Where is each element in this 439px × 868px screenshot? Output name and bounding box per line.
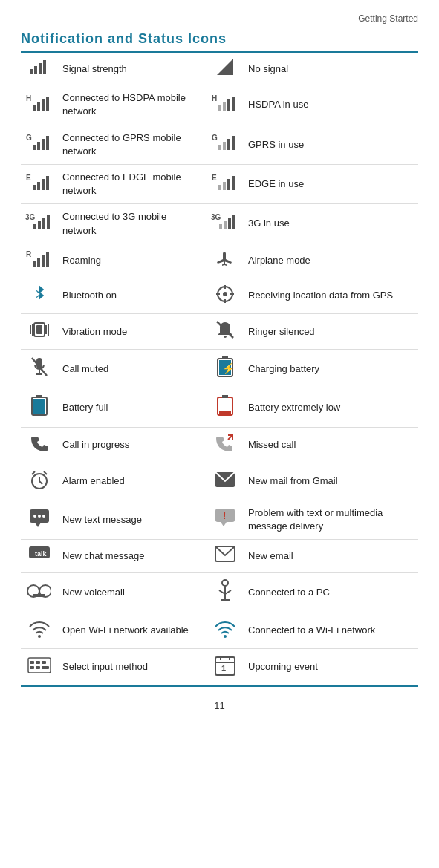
svg-rect-1: [34, 66, 37, 74]
left-label-16: Select input method: [58, 648, 207, 686]
right-label-2: GPRS in use: [244, 125, 418, 164]
svg-rect-32: [47, 215, 50, 229]
svg-rect-98: [30, 666, 34, 669]
select-input-icon: [21, 648, 58, 686]
svg-point-42: [223, 292, 227, 296]
svg-rect-22: [37, 182, 40, 190]
right-label-10: Missed call: [244, 427, 418, 463]
left-label-4: Connected to 3G mobile network: [58, 204, 207, 244]
svg-rect-6: [37, 102, 40, 111]
svg-marker-4: [217, 59, 233, 75]
right-label-7: Ringer silenced: [244, 314, 418, 350]
roaming-icon: R: [21, 244, 58, 278]
svg-text:talk: talk: [35, 550, 48, 558]
new-email-icon: [207, 540, 244, 572]
page-header: Getting Started: [21, 13, 418, 24]
open-wifi-icon: [21, 613, 58, 648]
table-row: New voicemail Connected to a PC: [21, 572, 418, 613]
page-number: 11: [21, 700, 418, 711]
svg-rect-2: [39, 63, 42, 74]
svg-rect-17: [218, 145, 221, 150]
svg-rect-19: [227, 139, 230, 150]
svg-rect-37: [33, 261, 36, 267]
table-row: Bluetooth on Receiving location data fro…: [21, 278, 418, 313]
edge-inuse-icon: E: [207, 164, 244, 203]
gprs-inuse-icon: G: [207, 125, 244, 164]
right-label-14: Connected to a PC: [244, 572, 418, 613]
ringer-silenced-icon: [207, 314, 244, 350]
svg-rect-14: [37, 142, 40, 150]
hsdpa-inuse-icon: H: [207, 85, 244, 125]
upcoming-event-icon: 1: [207, 648, 244, 686]
new-gmail-icon: [207, 463, 244, 500]
svg-point-92: [38, 635, 41, 638]
airplane-mode-icon: [207, 244, 244, 278]
left-label-0: Signal strength: [58, 53, 207, 85]
vibration-icon: [21, 314, 58, 350]
table-row: G Connected to GPRS mobile network G GPR…: [21, 125, 418, 164]
right-label-1: HSDPA in use: [244, 85, 418, 125]
left-label-2: Connected to GPRS mobile network: [58, 125, 207, 164]
svg-rect-63: [33, 399, 45, 414]
svg-rect-27: [227, 179, 230, 190]
svg-rect-13: [33, 145, 36, 150]
svg-rect-3: [43, 60, 46, 74]
new-voicemail-icon: [21, 572, 58, 613]
table-row: H Connected to HSDPA mobile network H HS…: [21, 85, 418, 125]
svg-rect-85: [33, 594, 45, 597]
svg-rect-96: [36, 661, 40, 664]
table-row: Battery full Battery extremely low: [21, 388, 418, 427]
table-row: Vibration mode Ringer silenced: [21, 314, 418, 350]
table-row: 3G Connected to 3G mobile network 3G 3G …: [21, 204, 418, 244]
table-row: New text message ! Problem with text or …: [21, 500, 418, 540]
svg-rect-65: [222, 395, 228, 398]
left-label-3: Connected to EDGE mobile network: [58, 164, 207, 203]
battery-full-icon: [21, 388, 58, 427]
table-row: E Connected to EDGE mobile network E EDG…: [21, 164, 418, 203]
svg-rect-12: [232, 97, 235, 111]
left-label-15: Open Wi-Fi network available: [58, 613, 207, 648]
left-label-6: Bluetooth on: [58, 278, 207, 313]
svg-rect-16: [46, 136, 49, 150]
alarm-icon: [21, 463, 58, 500]
table-row: Alarm enabled New mail from Gmail: [21, 463, 418, 500]
right-label-4: 3G in use: [244, 204, 418, 244]
charging-battery-icon: ⚡: [207, 350, 244, 388]
svg-rect-58: [222, 356, 228, 359]
svg-rect-7: [42, 99, 45, 111]
svg-rect-0: [30, 69, 33, 74]
right-label-11: New mail from Gmail: [244, 463, 418, 500]
table-row: Call muted ⚡ Charging battery: [21, 350, 418, 388]
battery-low-icon: [207, 388, 244, 427]
left-label-13: New chat message: [58, 540, 207, 572]
svg-rect-10: [223, 102, 226, 111]
svg-rect-8: [46, 97, 49, 111]
right-label-5: Airplane mode: [244, 244, 418, 278]
svg-rect-97: [42, 661, 46, 664]
svg-rect-11: [227, 99, 230, 111]
svg-rect-23: [42, 179, 45, 190]
right-label-16: Upcoming event: [244, 648, 418, 686]
right-label-15: Connected to a Wi-Fi network: [244, 613, 418, 648]
bluetooth-icon: [21, 278, 58, 313]
table-row: Call in progress Missed call: [21, 427, 418, 463]
missed-call-icon: [207, 427, 244, 463]
svg-line-71: [32, 471, 35, 474]
table-row: talk New chat message New email: [21, 540, 418, 572]
svg-rect-9: [218, 105, 221, 111]
new-chat-icon: talk: [21, 540, 58, 572]
svg-point-93: [224, 635, 227, 638]
icons-table: Signal strength No signal H Connected to…: [21, 53, 418, 687]
svg-rect-38: [37, 258, 40, 267]
table-row: Open Wi-Fi network available Connected t…: [21, 613, 418, 648]
svg-point-76: [38, 515, 41, 518]
3g-inuse-icon: 3G: [207, 204, 244, 244]
right-label-12: Problem with text or multimedia message …: [244, 500, 418, 540]
svg-rect-5: [33, 105, 36, 111]
section-title: Notification and Status Icons: [21, 31, 418, 47]
call-muted-icon: [21, 350, 58, 388]
table-row: Select input method 1 Upcoming event: [21, 648, 418, 686]
gps-icon: [207, 278, 244, 313]
right-label-9: Battery extremely low: [244, 388, 418, 427]
svg-rect-35: [228, 218, 231, 229]
